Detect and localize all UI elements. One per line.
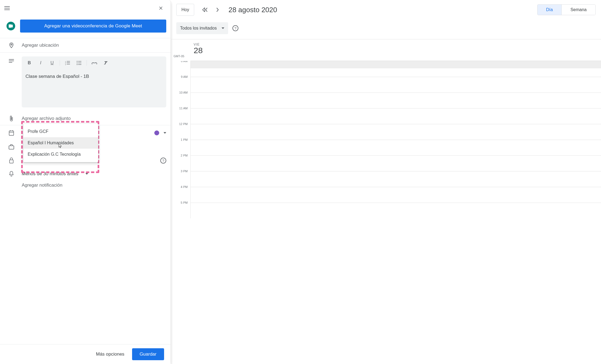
menu-icon[interactable] — [4, 5, 11, 11]
svg-rect-11 — [78, 61, 81, 62]
close-button[interactable] — [155, 3, 166, 14]
add-notification-button[interactable]: Agregar notificación — [22, 183, 62, 188]
calendar-option[interactable]: Explicación G.C Tecnología — [23, 149, 98, 160]
hour-label: 3 PM — [171, 170, 190, 185]
svg-point-0 — [11, 44, 12, 45]
calendar-icon — [7, 130, 16, 136]
view-week-button[interactable]: Semana — [561, 5, 595, 15]
hour-label: 12 PM — [171, 122, 190, 138]
format-toolbar: B I U 123 — [22, 56, 166, 69]
clear-format-button[interactable] — [100, 58, 111, 68]
hour-label: 2 PM — [171, 154, 190, 170]
calendar-event-block[interactable] — [191, 61, 601, 68]
svg-point-12 — [77, 63, 78, 63]
svg-rect-15 — [78, 64, 81, 65]
event-editor-panel: Agregar una videoconferencia de Google M… — [0, 0, 171, 364]
numbered-list-button[interactable]: 123 — [62, 58, 73, 68]
svg-rect-3 — [9, 62, 12, 63]
view-toggle: Día Semana — [537, 4, 596, 15]
hour-label: 5 PM — [171, 201, 190, 217]
chevron-down-icon — [222, 27, 224, 29]
svg-rect-5 — [67, 61, 70, 62]
link-button[interactable] — [89, 58, 100, 68]
attach-file-button[interactable]: Agregar archivo adjunto — [22, 116, 71, 121]
calendar-color-swatch[interactable] — [154, 130, 159, 135]
view-day-button[interactable]: Día — [538, 5, 562, 15]
prev-button[interactable] — [200, 4, 210, 15]
calendar-option[interactable]: Profe GCF — [23, 126, 98, 137]
svg-rect-22 — [9, 146, 14, 149]
next-button[interactable] — [212, 4, 223, 15]
chevron-down-icon[interactable] — [164, 132, 166, 134]
description-icon — [7, 56, 16, 63]
add-google-meet-button[interactable]: Agregar una videoconferencia de Google M… — [20, 20, 166, 33]
italic-button[interactable]: I — [35, 58, 46, 68]
briefcase-icon — [7, 144, 16, 150]
svg-point-10 — [77, 61, 78, 62]
chevron-down-icon[interactable] — [85, 173, 88, 175]
calendar-option[interactable]: Español I Humanidades — [23, 137, 98, 149]
hour-label: 4 PM — [171, 185, 190, 201]
hour-label: 9 AM — [171, 75, 190, 91]
today-button[interactable]: Hoy — [176, 4, 194, 16]
help-icon[interactable]: ? — [232, 25, 238, 31]
reminder-select[interactable]: Menos de 30 minutos antes — [22, 171, 78, 177]
svg-rect-9 — [67, 64, 70, 65]
bell-icon — [7, 171, 16, 177]
svg-rect-1 — [9, 59, 14, 60]
description-textarea[interactable] — [22, 69, 166, 107]
hour-label: 1 PM — [171, 138, 190, 154]
location-input[interactable] — [22, 40, 166, 50]
svg-rect-18 — [9, 131, 14, 135]
hour-label: 8 AM — [171, 61, 190, 75]
day-number: 28 — [194, 46, 601, 55]
timezone-label: GMT-05 — [174, 55, 184, 58]
underline-button[interactable]: U — [47, 58, 57, 68]
calendar-dropdown: Profe GCF Español I Humanidades Explicac… — [23, 124, 98, 162]
location-icon — [7, 42, 16, 48]
lock-icon — [7, 158, 16, 164]
guest-filter-dropdown[interactable]: Todos los invitados — [176, 22, 228, 34]
hour-grid[interactable]: 8 AM 9 AM 10 AM 11 AM 12 PM 1 PM 2 PM 3 … — [171, 61, 601, 364]
svg-rect-13 — [78, 63, 81, 63]
svg-point-14 — [77, 64, 78, 65]
bullet-list-button[interactable] — [73, 58, 84, 68]
more-options-button[interactable]: Más opciones — [94, 349, 127, 360]
help-icon[interactable]: ? — [160, 158, 166, 164]
svg-text:3: 3 — [65, 64, 66, 65]
google-meet-icon — [7, 22, 15, 30]
svg-rect-2 — [9, 60, 14, 61]
hour-label: 11 AM — [171, 107, 190, 122]
attachment-icon — [7, 116, 16, 122]
svg-rect-7 — [67, 63, 70, 63]
hour-label: 10 AM — [171, 91, 190, 107]
calendar-title: 28 agosto 2020 — [228, 6, 532, 14]
svg-rect-23 — [9, 160, 13, 163]
calendar-panel: Hoy 28 agosto 2020 Día Semana Todos los … — [171, 0, 601, 364]
save-button[interactable]: Guardar — [132, 348, 164, 360]
bold-button[interactable]: B — [24, 58, 35, 68]
